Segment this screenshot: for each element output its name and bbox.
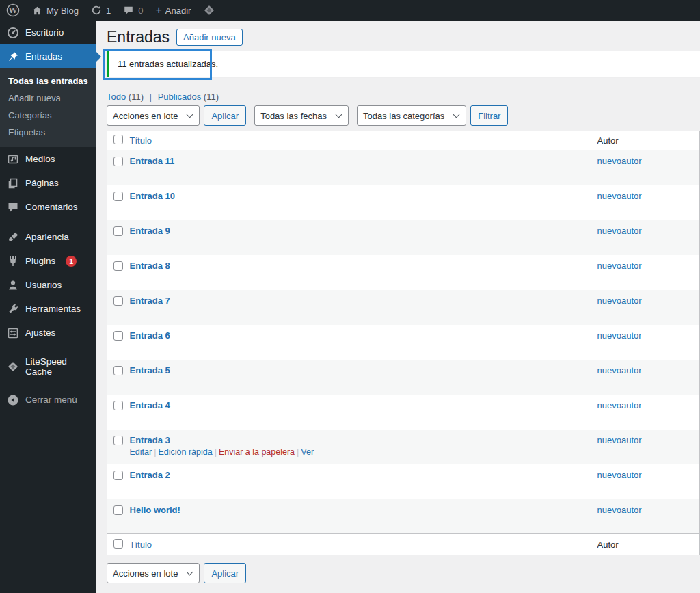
apply-button-bottom[interactable]: Aplicar: [204, 563, 246, 583]
updates-indicator[interactable]: 1: [85, 0, 117, 21]
sort-by-title-link[interactable]: Título: [130, 135, 152, 146]
site-name-link[interactable]: My Blog: [26, 0, 85, 21]
bulk-actions-select-bottom[interactable]: Acciones en lote: [107, 563, 200, 583]
submenu-item-categorias[interactable]: Categorías: [0, 107, 96, 124]
settings-sliders-icon: [6, 326, 19, 339]
post-author-link[interactable]: nuevoautor: [597, 470, 642, 480]
select-all-checkbox[interactable]: [113, 539, 123, 549]
action-separator: |: [154, 447, 156, 457]
post-author-link[interactable]: nuevoautor: [597, 365, 642, 375]
sidebar-item-label: Apariencia: [25, 232, 69, 242]
sidebar-item-usuarios[interactable]: Usuarios: [0, 273, 96, 297]
plugin-icon: [6, 254, 19, 267]
author-column-header: Autor: [597, 135, 619, 146]
sidebar-item-medios[interactable]: Medios: [0, 147, 96, 171]
table-row: Entrada 10 nuevoautor: [107, 185, 700, 220]
post-author-link[interactable]: nuevoautor: [597, 435, 642, 445]
sidebar-item-escritorio[interactable]: Escritorio: [0, 21, 96, 44]
post-author-link[interactable]: nuevoautor: [597, 330, 642, 341]
row-action-trash[interactable]: Enviar a la papelera: [219, 447, 295, 457]
post-title-link[interactable]: Hello world!: [130, 505, 180, 515]
submenu-item-anadir-nueva[interactable]: Añadir nueva: [0, 90, 96, 107]
table-row: Entrada 5 nuevoautor: [107, 360, 700, 395]
row-checkbox[interactable]: [113, 401, 123, 410]
admin-menu: Escritorio Entradas Todas las entradas A…: [0, 21, 96, 593]
pushpin-icon: [6, 50, 19, 63]
menu-separator: [0, 345, 96, 351]
submenu-item-todas-las-entradas[interactable]: Todas las entradas: [0, 73, 96, 90]
posts-submenu: Todas las entradas Añadir nueva Categorí…: [0, 68, 96, 147]
submenu-item-etiquetas[interactable]: Etiquetas: [0, 124, 96, 141]
sidebar-item-entradas[interactable]: Entradas: [0, 44, 96, 68]
post-title-link[interactable]: Entrada 5: [130, 365, 170, 375]
page-title: Entradas: [107, 27, 170, 47]
sidebar-item-litespeed-cache[interactable]: LiteSpeed Cache: [0, 351, 96, 382]
filter-button[interactable]: Filtrar: [470, 105, 508, 126]
post-author-link[interactable]: nuevoautor: [597, 261, 642, 271]
view-published-count: (11): [204, 92, 219, 102]
row-checkbox[interactable]: [113, 192, 123, 201]
dates-filter-select[interactable]: Todas las fechas: [254, 105, 349, 126]
appearance-brush-icon: [6, 230, 19, 243]
post-author-link[interactable]: nuevoautor: [597, 505, 642, 515]
row-checkbox[interactable]: [113, 505, 123, 515]
wordpress-logo-button[interactable]: W: [0, 0, 26, 21]
litespeed-icon: [6, 360, 19, 373]
comments-indicator[interactable]: 0: [117, 0, 149, 21]
post-author-link[interactable]: nuevoautor: [597, 156, 642, 166]
view-all-count: (11): [129, 92, 144, 102]
row-actions: Editar|Edición rápida|Enviar a la papele…: [130, 447, 591, 457]
add-new-button[interactable]: Añadir nueva: [176, 29, 243, 46]
updates-count: 1: [106, 5, 111, 16]
new-content-button[interactable]: + Añadir: [149, 0, 197, 21]
litespeed-toolbar-button[interactable]: [197, 0, 221, 21]
svg-text:W: W: [8, 6, 18, 15]
row-checkbox[interactable]: [113, 471, 123, 480]
row-checkbox[interactable]: [113, 366, 123, 375]
row-action-view[interactable]: Ver: [301, 447, 314, 457]
table-footer-row: Título Autor: [107, 534, 700, 555]
post-title-link[interactable]: Entrada 9: [130, 226, 170, 236]
row-checkbox[interactable]: [113, 226, 123, 236]
apply-button[interactable]: Aplicar: [204, 105, 246, 126]
table-header-row: Título Autor: [107, 131, 700, 150]
post-title-link[interactable]: Entrada 3: [130, 435, 170, 445]
row-checkbox[interactable]: [113, 331, 123, 341]
sidebar-item-herramientas[interactable]: Herramientas: [0, 297, 96, 321]
row-checkbox[interactable]: [113, 436, 123, 445]
sidebar-item-label: Cerrar menú: [25, 395, 77, 405]
post-title-link[interactable]: Entrada 6: [130, 330, 170, 341]
row-action-quick-edit[interactable]: Edición rápida: [158, 447, 212, 457]
post-author-link[interactable]: nuevoautor: [597, 191, 642, 201]
bulk-actions-select[interactable]: Acciones en lote: [107, 105, 200, 126]
view-all-link[interactable]: Todo: [107, 92, 126, 102]
sidebar-item-paginas[interactable]: Páginas: [0, 171, 96, 195]
comment-bubble-icon: [123, 5, 134, 16]
sort-by-title-link[interactable]: Título: [130, 540, 152, 550]
post-title-link[interactable]: Entrada 2: [130, 470, 170, 480]
updates-icon: [91, 5, 102, 16]
sidebar-item-comentarios[interactable]: Comentarios: [0, 195, 96, 219]
post-title-link[interactable]: Entrada 11: [130, 156, 175, 166]
sidebar-item-ajustes[interactable]: Ajustes: [0, 321, 96, 345]
post-author-link[interactable]: nuevoautor: [597, 295, 642, 306]
post-title-link[interactable]: Entrada 7: [130, 295, 170, 306]
post-author-link[interactable]: nuevoautor: [597, 400, 642, 410]
post-author-link[interactable]: nuevoautor: [597, 226, 642, 236]
litespeed-diamond-icon: [203, 4, 215, 16]
row-checkbox[interactable]: [113, 157, 123, 166]
post-title-link[interactable]: Entrada 4: [130, 400, 170, 410]
view-filter-links: Todo (11) | Publicados (11): [107, 92, 700, 102]
row-action-edit[interactable]: Editar: [130, 447, 152, 457]
row-checkbox[interactable]: [113, 296, 123, 306]
sidebar-item-plugins[interactable]: Plugins 1: [0, 249, 96, 273]
collapse-menu-button[interactable]: Cerrar menú: [0, 388, 96, 412]
post-title-link[interactable]: Entrada 8: [130, 261, 170, 271]
select-all-checkbox[interactable]: [113, 135, 123, 144]
view-published-link[interactable]: Publicados: [158, 92, 202, 102]
post-title-link[interactable]: Entrada 10: [130, 191, 175, 201]
sidebar-item-label: Páginas: [25, 178, 59, 188]
sidebar-item-apariencia[interactable]: Apariencia: [0, 225, 96, 249]
categories-filter-select[interactable]: Todas las categorías: [357, 105, 466, 126]
row-checkbox[interactable]: [113, 261, 123, 271]
